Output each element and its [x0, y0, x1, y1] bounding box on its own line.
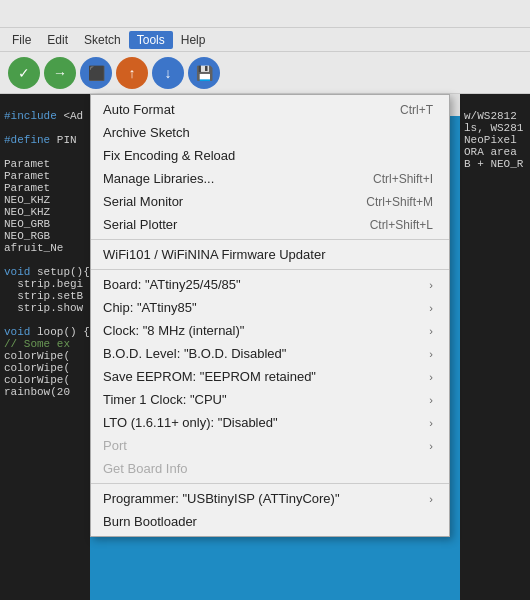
dropdown-section-2: Board: "ATtiny25/45/85"›Chip: "ATtiny85"…: [91, 270, 449, 484]
dropdown-arrow-icon: ›: [429, 325, 433, 337]
dropdown-item[interactable]: LTO (1.6.11+ only): "Disabled"›: [91, 411, 449, 434]
toolbar: ✓ → ⬛ ↑ ↓ 💾: [0, 52, 530, 94]
dropdown-item-label: Get Board Info: [103, 461, 188, 476]
save-button[interactable]: 💾: [188, 57, 220, 89]
dropdown-arrow-icon: ›: [429, 279, 433, 291]
dropdown-shortcut: Ctrl+Shift+L: [370, 218, 433, 232]
dropdown-item[interactable]: Fix Encoding & Reload: [91, 144, 449, 167]
dropdown-item[interactable]: Archive Sketch: [91, 121, 449, 144]
open-button[interactable]: ↓: [152, 57, 184, 89]
dropdown-item[interactable]: Auto FormatCtrl+T: [91, 98, 449, 121]
dropdown-section-0: Auto FormatCtrl+TArchive SketchFix Encod…: [91, 95, 449, 240]
dropdown-item[interactable]: Manage Libraries...Ctrl+Shift+I: [91, 167, 449, 190]
dropdown-menu: Auto FormatCtrl+TArchive SketchFix Encod…: [90, 94, 450, 537]
dropdown-arrow-icon: ›: [429, 302, 433, 314]
dropdown-item: Port›: [91, 434, 449, 457]
upload-button[interactable]: →: [44, 57, 76, 89]
dropdown-shortcut: Ctrl+T: [400, 103, 433, 117]
menu-item-file[interactable]: File: [4, 31, 39, 49]
dropdown-item-label: Board: "ATtiny25/45/85": [103, 277, 241, 292]
dropdown-item-label: Manage Libraries...: [103, 171, 214, 186]
dropdown-arrow-icon: ›: [429, 394, 433, 406]
dropdown-shortcut: Ctrl+Shift+M: [366, 195, 433, 209]
menu-bar: FileEditSketchToolsHelp: [0, 28, 530, 52]
dropdown-item-label: Serial Monitor: [103, 194, 183, 209]
dropdown-item-label: Auto Format: [103, 102, 175, 117]
dropdown-section-3: Programmer: "USBtinyISP (ATTinyCore)"›Bu…: [91, 484, 449, 536]
dropdown-item-label: Timer 1 Clock: "CPU": [103, 392, 227, 407]
dropdown-arrow-icon: ›: [429, 348, 433, 360]
code-right: w/WS2812 ls, WS281 NeoPixel ORA area B +…: [460, 94, 530, 174]
dropdown-item-label: Fix Encoding & Reload: [103, 148, 235, 163]
dropdown-item[interactable]: Save EEPROM: "EEPROM retained"›: [91, 365, 449, 388]
debug-button[interactable]: ⬛: [80, 57, 112, 89]
dropdown-item[interactable]: Serial MonitorCtrl+Shift+M: [91, 190, 449, 213]
dropdown-item[interactable]: Chip: "ATtiny85"›: [91, 296, 449, 319]
dropdown-item-label: LTO (1.6.11+ only): "Disabled": [103, 415, 278, 430]
code-left: #include <Ad #define PIN Paramet Paramet…: [0, 94, 90, 402]
dropdown-item[interactable]: Clock: "8 MHz (internal)"›: [91, 319, 449, 342]
dropdown-item[interactable]: Serial PlotterCtrl+Shift+L: [91, 213, 449, 236]
dropdown-item-label: Port: [103, 438, 127, 453]
dropdown-section-1: WiFi101 / WiFiNINA Firmware Updater: [91, 240, 449, 270]
dropdown-item-label: Save EEPROM: "EEPROM retained": [103, 369, 316, 384]
dropdown-item-label: Archive Sketch: [103, 125, 190, 140]
dropdown-item-label: Chip: "ATtiny85": [103, 300, 197, 315]
dropdown-item-label: Burn Bootloader: [103, 514, 197, 529]
dropdown-item[interactable]: Board: "ATtiny25/45/85"›: [91, 273, 449, 296]
verify-button[interactable]: ✓: [8, 57, 40, 89]
dropdown-arrow-icon: ›: [429, 440, 433, 452]
title-bar: [0, 0, 530, 28]
dropdown-item-label: Programmer: "USBtinyISP (ATTinyCore)": [103, 491, 340, 506]
menu-item-edit[interactable]: Edit: [39, 31, 76, 49]
dropdown-arrow-icon: ›: [429, 417, 433, 429]
dropdown-item: Get Board Info: [91, 457, 449, 480]
menu-item-sketch[interactable]: Sketch: [76, 31, 129, 49]
dropdown-item-label: Clock: "8 MHz (internal)": [103, 323, 244, 338]
dropdown-item-label: WiFi101 / WiFiNINA Firmware Updater: [103, 247, 325, 262]
dropdown-item-label: B.O.D. Level: "B.O.D. Disabled": [103, 346, 286, 361]
dropdown-shortcut: Ctrl+Shift+I: [373, 172, 433, 186]
dropdown-item-label: Serial Plotter: [103, 217, 177, 232]
dropdown-item[interactable]: Programmer: "USBtinyISP (ATTinyCore)"›: [91, 487, 449, 510]
menu-item-tools[interactable]: Tools: [129, 31, 173, 49]
dropdown-item[interactable]: B.O.D. Level: "B.O.D. Disabled"›: [91, 342, 449, 365]
editor-right: w/WS2812 ls, WS281 NeoPixel ORA area B +…: [460, 94, 530, 600]
dropdown-item[interactable]: Burn Bootloader: [91, 510, 449, 533]
editor-left: #include <Ad #define PIN Paramet Paramet…: [0, 94, 90, 600]
menu-item-help[interactable]: Help: [173, 31, 214, 49]
dropdown-item[interactable]: Timer 1 Clock: "CPU"›: [91, 388, 449, 411]
dropdown-arrow-icon: ›: [429, 371, 433, 383]
dropdown-arrow-icon: ›: [429, 493, 433, 505]
dropdown-item[interactable]: WiFi101 / WiFiNINA Firmware Updater: [91, 243, 449, 266]
new-button[interactable]: ↑: [116, 57, 148, 89]
